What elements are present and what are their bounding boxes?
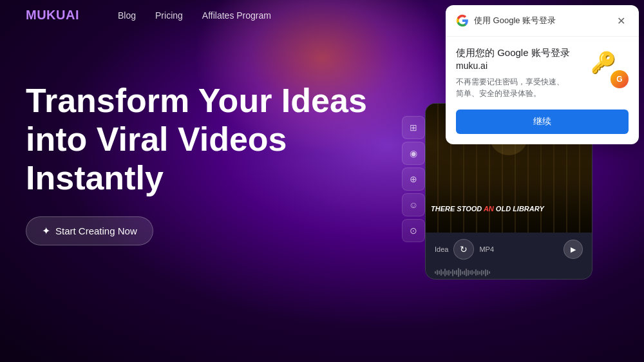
dialog-header: 使用 Google 账号登录 ✕ bbox=[446, 5, 639, 37]
refresh-button[interactable]: ↻ bbox=[453, 239, 474, 260]
dialog-description: 不再需要记住密码，享受快速、简单、安全的登录体验。 bbox=[456, 76, 577, 99]
tool-cart[interactable]: ⊙ bbox=[402, 219, 425, 242]
dialog-header-text: 使用 Google 账号登录 bbox=[474, 15, 556, 26]
dialog-main-title: 使用您的 Google 账号登录 bbox=[456, 47, 577, 59]
mp4-label: MP4 bbox=[479, 245, 494, 253]
dialog-close-button[interactable]: ✕ bbox=[613, 13, 629, 28]
nav-pricing[interactable]: Pricing bbox=[155, 10, 183, 21]
play-button[interactable]: ▶ bbox=[564, 240, 583, 259]
wave-bar bbox=[475, 269, 477, 276]
wave-bar bbox=[487, 270, 488, 275]
hero-headline: Transform Your Ideas into Viral Videos I… bbox=[26, 82, 380, 197]
wave-bar bbox=[448, 270, 450, 276]
logo-text: MUKU bbox=[26, 8, 66, 22]
dialog-text-content: 使用您的 Google 账号登录 muku.ai 不再需要记住密码，享受快速、简… bbox=[456, 47, 577, 99]
wave-bar bbox=[479, 271, 480, 274]
google-signin-dialog: 使用 Google 账号登录 ✕ 使用您的 Google 账号登录 muku.a… bbox=[446, 5, 639, 144]
wave-bar bbox=[481, 270, 482, 276]
wave-bar bbox=[439, 271, 440, 274]
wave-bar bbox=[468, 270, 469, 276]
wave-bar bbox=[446, 271, 448, 275]
wave-bar bbox=[435, 271, 436, 274]
wave-bar bbox=[477, 271, 478, 275]
tool-globe[interactable]: ⊕ bbox=[402, 167, 425, 191]
dialog-illustration: 🔑 G bbox=[587, 47, 629, 88]
video-caption: THERE STOOD AN OLD LIBRARY bbox=[431, 205, 587, 213]
nav-affiliates[interactable]: Affilates Program bbox=[202, 10, 271, 21]
wave-bar bbox=[485, 269, 486, 276]
wave-bar bbox=[440, 269, 442, 276]
cta-label: Start Creating Now bbox=[55, 225, 137, 236]
navigation: Blog Pricing Affilates Program bbox=[118, 10, 271, 21]
tool-bulb[interactable]: ◉ bbox=[402, 142, 425, 165]
wave-bar bbox=[469, 271, 471, 274]
wave-bar bbox=[473, 271, 475, 274]
wave-bar bbox=[444, 269, 446, 276]
dialog-domain: muku.ai bbox=[456, 61, 577, 71]
wave-bar bbox=[471, 270, 473, 275]
key-icon: 🔑 bbox=[591, 50, 616, 75]
wave-bar bbox=[462, 271, 463, 274]
wave-bar bbox=[489, 271, 490, 274]
video-text-after: OLD LIBRARY bbox=[494, 205, 544, 213]
dialog-continue-button[interactable]: 继续 bbox=[456, 110, 629, 134]
nav-blog[interactable]: Blog bbox=[118, 10, 136, 21]
tool-grid[interactable]: ⊞ bbox=[402, 116, 425, 139]
google-circle-icon: G bbox=[611, 70, 629, 88]
google-g-icon bbox=[456, 14, 469, 27]
wave-bar bbox=[450, 271, 451, 274]
wave-bar bbox=[460, 269, 461, 276]
wave-bar bbox=[437, 270, 438, 275]
sidebar-tools: ⊞ ◉ ⊕ ☺ ⊙ bbox=[402, 116, 425, 242]
wave-bar bbox=[454, 271, 455, 274]
wave-bar bbox=[464, 271, 465, 275]
video-text-highlight: AN bbox=[484, 205, 494, 213]
wave-bar bbox=[456, 270, 457, 275]
dialog-header-left: 使用 Google 账号登录 bbox=[456, 14, 556, 27]
wave-bar bbox=[483, 271, 484, 274]
start-creating-button[interactable]: ✦ Start Creating Now bbox=[26, 216, 153, 245]
logo[interactable]: MUKUAI bbox=[26, 8, 79, 23]
idea-label: Idea bbox=[435, 245, 448, 253]
tool-face[interactable]: ☺ bbox=[402, 193, 425, 216]
wave-bar bbox=[458, 268, 459, 277]
logo-suffix: AI bbox=[66, 8, 79, 22]
dialog-body: 使用您的 Google 账号登录 muku.ai 不再需要记住密码，享受快速、简… bbox=[446, 37, 639, 110]
waveform bbox=[426, 266, 592, 279]
wave-bar bbox=[442, 271, 444, 274]
wave-bar bbox=[452, 269, 453, 276]
wave-bar bbox=[466, 269, 467, 276]
video-text-before: THERE STOOD bbox=[431, 205, 484, 213]
phone-controls: Idea ↻ MP4 ▶ bbox=[426, 233, 592, 266]
sparkle-icon: ✦ bbox=[42, 225, 50, 237]
